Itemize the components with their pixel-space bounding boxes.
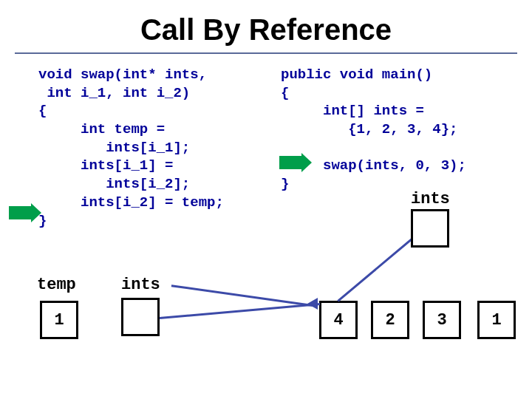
code-left: void swap(int* ints, int i_1, int i_2) {… (38, 66, 224, 230)
pointer-line (171, 284, 318, 307)
pointer-line-2 (160, 303, 320, 319)
ints-pointer-box (121, 298, 160, 336)
arrow-left-icon (9, 206, 31, 219)
temp-box: 1 (40, 301, 78, 339)
ints-label-right: ints (411, 190, 450, 208)
temp-label: temp (37, 276, 76, 294)
code-area: void swap(int* ints, int i_1, int i_2) {… (0, 61, 532, 276)
slide-title: Call By Reference (0, 0, 532, 52)
array-cell-3: 1 (477, 301, 516, 339)
title-underline (15, 52, 517, 54)
code-right: public void main() { int[] ints = {1, 2,… (281, 66, 466, 194)
ints-label-left: ints (121, 276, 160, 294)
array-cell-0: 4 (319, 301, 358, 339)
ints-right-box (411, 209, 449, 248)
array-cell-2: 3 (423, 301, 461, 339)
diagram-area: temp ints 1 4 2 3 1 (0, 276, 532, 399)
array-cell-1: 2 (371, 301, 409, 339)
